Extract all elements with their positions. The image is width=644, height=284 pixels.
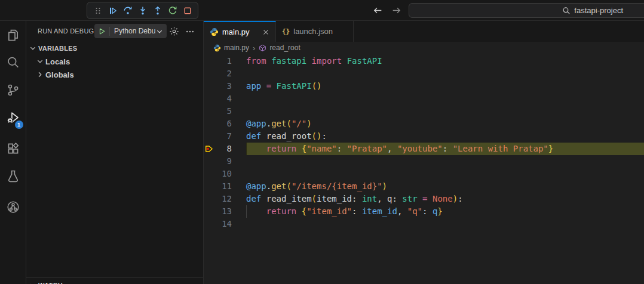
gutter[interactable]: 2 xyxy=(204,67,246,80)
breadcrumb-symbol[interactable]: read_root xyxy=(269,44,300,52)
gutter[interactable]: 5 xyxy=(204,105,246,118)
breadcrumb-file[interactable]: main.py xyxy=(224,44,249,52)
step-over-icon[interactable] xyxy=(122,5,133,16)
line-content[interactable]: def read_item(item_id: int, q: str = Non… xyxy=(246,193,644,205)
line-content[interactable]: @app.get("/items/{item_id}") xyxy=(246,180,644,193)
code-line-2[interactable]: 2 xyxy=(204,67,644,80)
line-number: 7 xyxy=(227,130,232,143)
gutter[interactable]: 6 xyxy=(204,118,246,130)
variables-scope-globals[interactable]: Globals xyxy=(26,68,203,81)
code-line-4[interactable]: 4 xyxy=(204,92,644,105)
gutter[interactable]: 4 xyxy=(204,92,246,105)
gutter[interactable]: 10 xyxy=(204,168,246,180)
gutter[interactable]: 13 xyxy=(204,205,246,218)
step-out-icon[interactable] xyxy=(152,5,162,16)
code-line-10[interactable]: 10 xyxy=(204,168,644,180)
symbol-namespace-icon xyxy=(259,44,266,52)
chevron-down-icon xyxy=(36,58,44,65)
activity-bar-item-remote-explorer[interactable] xyxy=(0,195,26,222)
watch-section-header[interactable]: WATCH xyxy=(26,279,203,284)
activity-bar-item-search[interactable] xyxy=(0,50,26,78)
more-actions-icon[interactable] xyxy=(185,27,195,36)
watch-label: WATCH xyxy=(38,282,63,284)
code-line-9[interactable]: 9 xyxy=(204,155,644,168)
line-content[interactable] xyxy=(246,105,644,118)
code-area: 1from fastapi import FastAPI23app = Fast… xyxy=(204,54,644,230)
python-icon xyxy=(210,27,219,36)
line-number: 3 xyxy=(227,80,232,92)
line-content[interactable] xyxy=(246,92,644,105)
line-number: 13 xyxy=(222,205,232,218)
code-line-1[interactable]: 1from fastapi import FastAPI xyxy=(204,55,644,67)
testing-icon xyxy=(7,169,20,185)
remote-explorer-icon xyxy=(7,200,20,216)
debug-config-dropdown[interactable]: Python Debu xyxy=(94,24,167,38)
line-number: 5 xyxy=(227,105,232,118)
scope-label: Globals xyxy=(45,70,74,79)
code-line-13[interactable]: 13 return {"item_id": item_id, "q": q} xyxy=(204,205,644,218)
close-icon[interactable] xyxy=(262,28,270,36)
gutter[interactable]: 7 xyxy=(204,130,246,143)
gutter[interactable]: 1 xyxy=(204,55,246,67)
editor-group: main.py {} launch.json main.py › read_ro… xyxy=(204,21,644,284)
code-line-8[interactable]: 8 return {"name": "Pratap", "youtube": "… xyxy=(204,143,644,155)
chevron-right-icon xyxy=(36,71,44,78)
variables-scope-locals[interactable]: Locals xyxy=(26,55,203,68)
tab-main-py[interactable]: main.py xyxy=(204,21,276,42)
line-content[interactable]: @app.get("/") xyxy=(246,118,644,130)
code-line-5[interactable]: 5 xyxy=(204,105,644,118)
variables-label: VARIABLES xyxy=(38,45,77,52)
line-number: 1 xyxy=(227,55,232,67)
step-into-icon[interactable] xyxy=(137,5,148,16)
debug-count-badge: 1 xyxy=(15,121,23,129)
tab-launch-json[interactable]: {} launch.json xyxy=(276,21,354,42)
activity-bar-item-run-and-debug[interactable]: 1 xyxy=(0,105,26,132)
breakpoint-current-icon[interactable] xyxy=(205,144,214,153)
stop-icon[interactable] xyxy=(182,5,192,16)
gutter[interactable]: 11 xyxy=(204,180,246,193)
activity-bar-item-testing[interactable] xyxy=(0,163,26,191)
line-content[interactable] xyxy=(246,155,644,168)
start-debugging-button[interactable] xyxy=(94,27,109,35)
line-content[interactable]: def read_root(): xyxy=(246,130,644,143)
gutter[interactable]: 8 xyxy=(204,143,246,155)
activity-bar-item-source-control[interactable] xyxy=(0,78,26,105)
command-center-search[interactable]: fastapi-project xyxy=(409,3,644,18)
explorer-icon xyxy=(7,29,20,44)
code-line-11[interactable]: 11@app.get("/items/{item_id}") xyxy=(204,180,644,193)
line-number: 6 xyxy=(227,118,232,130)
variables-section-header[interactable]: VARIABLES xyxy=(26,42,203,55)
activity-bar-item-extensions[interactable] xyxy=(0,136,26,163)
gutter[interactable]: 9 xyxy=(204,155,246,168)
watch-section: WATCH xyxy=(26,277,203,284)
line-number: 9 xyxy=(227,155,232,168)
nav-back-button[interactable] xyxy=(373,5,383,16)
gutter[interactable]: 3 xyxy=(204,80,246,92)
activity-bar-item-explorer[interactable] xyxy=(0,23,26,50)
line-content[interactable]: app = FastAPI() xyxy=(246,80,644,92)
gripper-icon[interactable] xyxy=(93,5,103,16)
code-line-3[interactable]: 3app = FastAPI() xyxy=(204,80,644,92)
chevron-down-icon xyxy=(156,27,164,35)
restart-icon[interactable] xyxy=(167,5,177,16)
line-content[interactable]: from fastapi import FastAPI xyxy=(246,55,644,67)
run-and-debug-sidebar: RUN AND DEBUG Python Debu VARIABLES Loca… xyxy=(26,21,204,284)
line-content[interactable] xyxy=(246,67,644,80)
line-content[interactable]: return {"name": "Pratap", "youtube": "Le… xyxy=(246,143,644,155)
scope-label: Locals xyxy=(45,57,70,66)
gutter[interactable]: 12 xyxy=(204,193,246,205)
code-line-12[interactable]: 12def read_item(item_id: int, q: str = N… xyxy=(204,193,644,205)
line-number: 2 xyxy=(227,67,232,80)
line-content[interactable]: return {"item_id": item_id, "q": q} xyxy=(246,205,644,218)
continue-icon[interactable] xyxy=(108,5,118,16)
line-content[interactable] xyxy=(246,218,644,230)
code-line-7[interactable]: 7def read_root(): xyxy=(204,130,644,143)
line-content[interactable] xyxy=(246,168,644,180)
gear-icon[interactable] xyxy=(169,26,179,36)
code-line-14[interactable]: 14 xyxy=(204,218,644,230)
code-line-6[interactable]: 6@app.get("/") xyxy=(204,118,644,130)
chevron-down-icon xyxy=(29,282,36,284)
activity-bar: 1 xyxy=(0,21,26,284)
nav-forward-button[interactable] xyxy=(391,5,401,16)
gutter[interactable]: 14 xyxy=(204,218,246,230)
